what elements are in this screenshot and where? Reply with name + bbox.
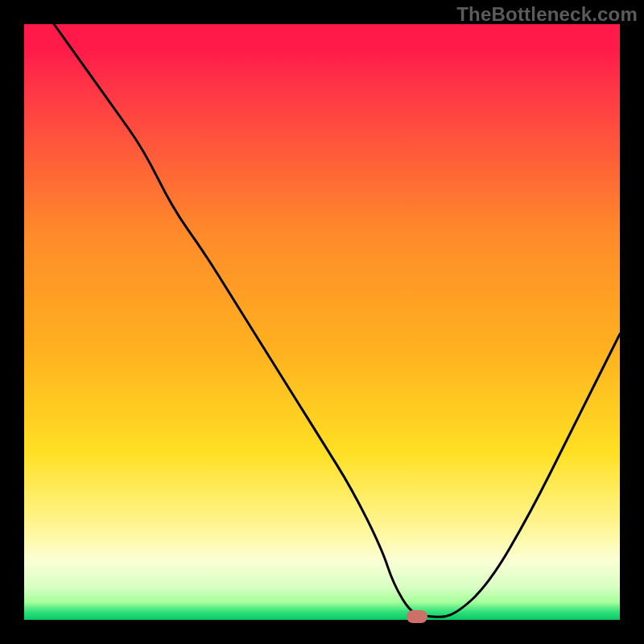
bottleneck-curve — [24, 24, 620, 620]
chart-frame: TheBottleneck.com — [0, 0, 644, 644]
watermark-text: TheBottleneck.com — [456, 3, 638, 26]
plot-area — [24, 24, 620, 620]
optimum-marker-icon — [407, 610, 427, 623]
